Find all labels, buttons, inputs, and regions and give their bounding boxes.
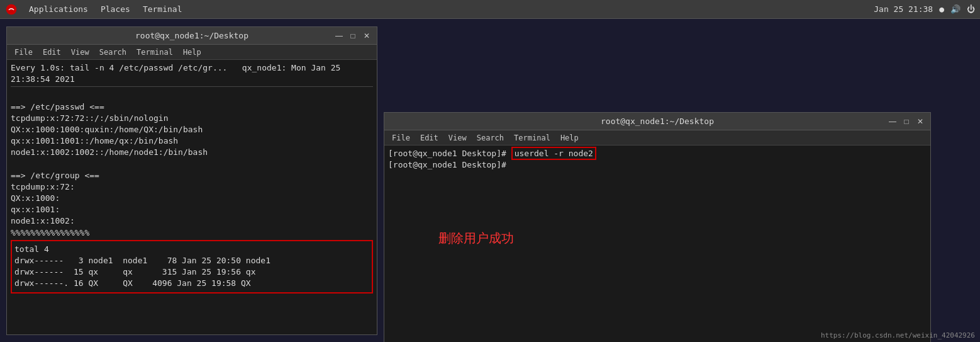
cmd-highlight: userdel -r node2 [511, 147, 596, 160]
menu-view-left[interactable]: View [67, 47, 93, 58]
terminal-window-left: root@qx_node1:~/Desktop — □ ✕ File Edit … [6, 26, 377, 335]
terminal-content-right: [root@qx_node1 Desktop]# userdel -r node… [384, 145, 930, 342]
blank4 [388, 183, 927, 194]
system-bar-left: Applications Places Terminal [5, 3, 189, 16]
menu-edit-left[interactable]: Edit [39, 47, 65, 58]
titlebar-buttons-right: — □ ✕ [888, 117, 925, 127]
passwd-line3: qx:x:1001:1001::/home/qx:/bin/bash [11, 135, 373, 147]
close-button-left[interactable]: ✕ [362, 31, 372, 41]
menu-view-right[interactable]: View [445, 132, 471, 144]
passwd-line2: QX:x:1000:1000:quxin:/home/QX:/bin/bash [11, 124, 373, 135]
power-icon[interactable]: ⏻ [967, 4, 975, 14]
system-bar-right: Jan 25 21:38 ● 🔊 ⏻ [874, 4, 975, 14]
system-bar-menu: Applications Places Terminal [23, 3, 189, 15]
menu-file-right[interactable]: File [388, 132, 414, 144]
terminal-menubar-left: File Edit View Search Terminal Help [7, 45, 377, 60]
dir-node1: drwx------ 3 node1 node1 78 Jan 25 20:50… [14, 255, 369, 266]
blank2 [11, 159, 373, 170]
group-header: ==> /etc/group <== [11, 170, 373, 181]
menu-terminal-right[interactable]: Terminal [510, 132, 554, 144]
blank5 [388, 194, 927, 205]
close-button-right[interactable]: ✕ [915, 117, 925, 127]
minimize-button-right[interactable]: — [888, 117, 898, 127]
success-message: 删除用户成功 [388, 217, 927, 247]
blank3 [388, 171, 927, 182]
passwd-line1: tcpdump:x:72:72::/:/sbin/nologin [11, 113, 373, 124]
volume-icon: 🔊 [950, 4, 961, 14]
menu-help-right[interactable]: Help [557, 132, 582, 144]
titlebar-buttons-left: — □ ✕ [334, 31, 372, 41]
menu-help-left[interactable]: Help [179, 47, 205, 58]
terminal-content-left: Every 1.0s: tail -n 4 /etc/passwd /etc/g… [7, 60, 377, 334]
group-line3: qx:x:1001: [11, 204, 373, 215]
group-line4: node1:x:1002: [11, 215, 373, 227]
dir-qx: drwx------ 15 qx qx 315 Jan 25 19:56 qx [14, 266, 369, 278]
menu-file-left[interactable]: File [11, 47, 36, 58]
maximize-button-right[interactable]: □ [901, 117, 911, 127]
terminal-title-left: root@qx_node1:~/Desktop [50, 31, 334, 40]
menu-search-left[interactable]: Search [96, 47, 130, 58]
terminal-menu[interactable]: Terminal [136, 3, 189, 15]
menu-edit-right[interactable]: Edit [416, 132, 442, 144]
redhat-icon [5, 3, 18, 16]
network-icon: ● [939, 4, 944, 14]
group-line2: QX:x:1000: [11, 193, 373, 204]
total-line: total 4 [14, 244, 369, 255]
menu-search-right[interactable]: Search [473, 132, 508, 144]
blank6 [388, 205, 927, 217]
right-line1: [root@qx_node1 Desktop]# userdel -r node… [388, 148, 927, 159]
terminal-menubar-right: File Edit View Search Terminal Help [384, 130, 930, 145]
watch-line: Every 1.0s: tail -n 4 /etc/passwd /etc/g… [11, 62, 373, 87]
right-line2: [root@qx_node1 Desktop]# [388, 159, 927, 171]
terminal-title-right: root@qx_node1:~/Desktop [427, 117, 888, 126]
menu-terminal-left[interactable]: Terminal [133, 47, 177, 58]
desktop: root@qx_node1:~/Desktop — □ ✕ File Edit … [0, 19, 980, 342]
applications-menu[interactable]: Applications [23, 3, 94, 15]
prompt1: [root@qx_node1 Desktop]# [388, 149, 511, 158]
group-line1: tcpdump:x:72: [11, 181, 373, 193]
minimize-button-left[interactable]: — [334, 31, 344, 41]
bottom-url: https://blog.csdn.net/weixin_42042926 [821, 331, 975, 339]
maximize-button-left[interactable]: □ [348, 31, 358, 41]
passwd-line4: node1:x:1002:1002::/home/node1:/bin/bash [11, 147, 373, 158]
svg-point-0 [6, 4, 17, 14]
terminal-titlebar-left: root@qx_node1:~/Desktop — □ ✕ [7, 27, 377, 45]
system-bar: Applications Places Terminal Jan 25 21:3… [0, 0, 980, 19]
passwd-header: ==> /etc/passwd <== [11, 101, 373, 113]
terminal-window-right: root@qx_node1:~/Desktop — □ ✕ File Edit … [384, 112, 931, 342]
dir-QX: drwx------. 16 QX QX 4096 Jan 25 19:58 Q… [14, 278, 369, 289]
datetime: Jan 25 21:38 [874, 4, 933, 14]
dir-listing-box: total 4 drwx------ 3 node1 node1 78 Jan … [11, 240, 373, 294]
blank1 [11, 89, 373, 101]
percent-line: %%%%%%%%%%%%%%%% [11, 227, 373, 239]
terminal-titlebar-right: root@qx_node1:~/Desktop — □ ✕ [384, 113, 930, 130]
places-menu[interactable]: Places [94, 3, 136, 15]
